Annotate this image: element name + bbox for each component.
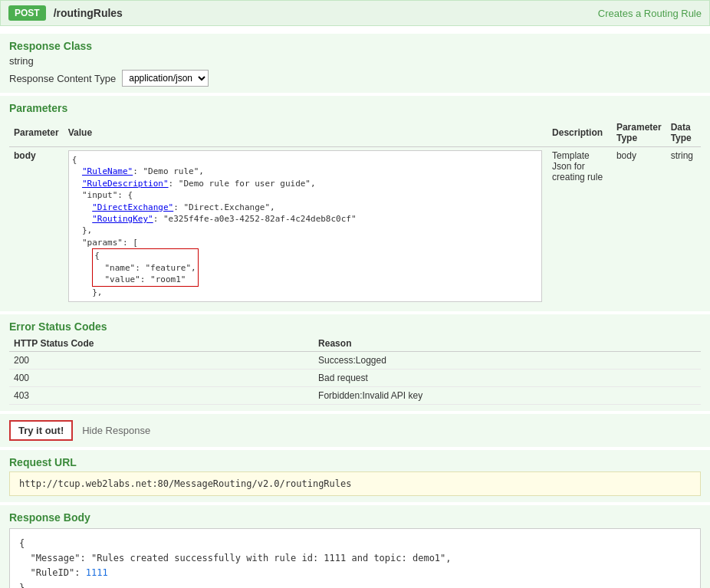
rule-name-link[interactable]: "RuleName" <box>82 166 133 176</box>
error-reason-400: Bad request <box>314 370 701 387</box>
error-code-400: 400 <box>9 370 314 387</box>
response-class-value: string <box>9 55 701 67</box>
param-name: body <box>9 147 64 306</box>
response-body-ruleid-line: "RuleID": 1111 <box>19 566 691 580</box>
body-textarea-container[interactable]: { "RuleName": "Demo rule", "RuleDescript… <box>68 150 542 302</box>
content-type-row: Response Content Type application/json t… <box>9 70 701 87</box>
params-table-header-row: Parameter Value Description ParameterTyp… <box>9 119 701 147</box>
request-url-box: http://tcup.web2labs.net:80/MessageRouti… <box>9 471 701 496</box>
param-type: body <box>612 147 666 306</box>
error-code-403: 403 <box>9 387 314 405</box>
endpoint-header: POST /routingRules Creates a Routing Rul… <box>0 0 710 26</box>
params-body-row: body { "RuleName": "Demo rule", "RuleDes… <box>9 147 701 306</box>
try-it-out-button[interactable]: Try it out! <box>9 420 73 441</box>
error-row-400: 400 Bad request <box>9 370 701 387</box>
content-type-label: Response Content Type <box>9 73 116 84</box>
highlight-box: { "name": "feature", "value": "room1" <box>92 248 198 287</box>
error-code-200: 200 <box>9 352 314 370</box>
tryout-row: Try it out! Hide Response <box>0 414 710 447</box>
method-badge: POST <box>8 5 46 21</box>
endpoint-description: Creates a Routing Rule <box>598 8 702 19</box>
col-parameter-type: ParameterType <box>612 119 666 147</box>
error-table: HTTP Status Code Reason 200 Success:Logg… <box>9 336 701 405</box>
error-table-header-row: HTTP Status Code Reason <box>9 336 701 352</box>
response-message-key: "Message" <box>30 553 80 563</box>
parameters-section: Parameters Parameter Value Description P… <box>0 96 710 311</box>
col-reason: Reason <box>314 336 701 352</box>
response-body-message-line: "Message": "Rules created successfully w… <box>19 551 691 566</box>
routing-key-link[interactable]: "RoutingKey" <box>92 214 153 224</box>
col-http-status: HTTP Status Code <box>9 336 314 352</box>
param-description: Template Json for creating rule <box>547 147 612 306</box>
response-ruleid-value: 1111 <box>86 567 108 578</box>
parameters-table: Parameter Value Description ParameterTyp… <box>9 119 701 305</box>
response-body-title: Response Body <box>9 511 701 524</box>
error-row-200: 200 Success:Logged <box>9 352 701 370</box>
hide-response-link[interactable]: Hide Response <box>82 425 150 436</box>
error-row-403: 403 Forbidden:Invalid API key <box>9 387 701 405</box>
col-parameter: Parameter <box>9 119 64 147</box>
response-class-section: Response Class string Response Content T… <box>0 34 710 93</box>
response-body-section: Response Body { "Message": "Rules create… <box>0 505 710 588</box>
page-wrapper: POST /routingRules Creates a Routing Rul… <box>0 0 710 588</box>
error-reason-403: Forbidden:Invalid API key <box>314 387 701 405</box>
param-data-type: string <box>666 147 701 306</box>
response-body-open-brace: { <box>19 537 691 551</box>
param-value-cell: { "RuleName": "Demo rule", "RuleDescript… <box>64 147 547 306</box>
request-url-title: Request URL <box>9 456 701 468</box>
response-message-value: "Rules created successfully with rule id… <box>91 553 445 563</box>
col-value: Value <box>64 119 547 147</box>
parameters-title: Parameters <box>9 102 701 114</box>
response-class-title: Response Class <box>9 40 701 52</box>
direct-exchange-link[interactable]: "DirectExchange" <box>92 202 173 212</box>
response-body-close-brace: } <box>19 581 691 588</box>
content-type-select[interactable]: application/json text/xml <box>122 70 209 87</box>
error-status-title: Error Status Codes <box>9 320 701 333</box>
col-description: Description <box>547 119 612 147</box>
response-ruleid-key: "RuleID" <box>30 567 74 578</box>
body-textarea-content: { "RuleName": "Demo rule", "RuleDescript… <box>72 154 538 302</box>
response-body-box: { "Message": "Rules created successfully… <box>9 528 701 588</box>
rule-desc-link[interactable]: "RuleDescription" <box>82 179 169 189</box>
error-reason-200: Success:Logged <box>314 352 701 370</box>
request-url-section: Request URL http://tcup.web2labs.net:80/… <box>0 450 710 502</box>
endpoint-path: /routingRules <box>54 7 598 19</box>
col-data-type: Data Type <box>666 119 701 147</box>
error-status-section: Error Status Codes HTTP Status Code Reas… <box>0 314 710 411</box>
